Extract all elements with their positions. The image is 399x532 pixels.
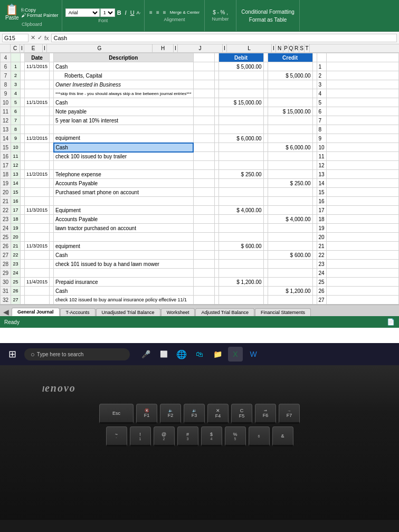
cell-g15-selected[interactable]: Cash [54,143,193,152]
cell-ei4[interactable] [50,53,54,62]
cell-n18[interactable]: 13 [317,170,326,179]
cell-hi7[interactable] [214,71,218,80]
cell-ji23[interactable] [263,215,268,224]
cell-ci28[interactable] [21,260,25,269]
cell-li30[interactable] [312,278,317,287]
cell-hi27[interactable] [214,251,218,260]
cell-li13[interactable] [312,125,317,134]
cell-c6[interactable]: 1 [11,62,21,71]
cell-hi13[interactable] [214,125,218,134]
cell-ei30[interactable] [50,278,54,287]
cell-c22[interactable]: 17 [11,206,21,215]
key-f3[interactable]: 🔉F3 [184,404,205,424]
cell-li22[interactable] [312,206,317,215]
cell-g19-desc[interactable]: Accounts Payable [54,179,193,188]
cell-c12[interactable]: 7 [11,116,21,125]
cell-ji28[interactable] [263,260,268,269]
cell-n28[interactable]: 23 [317,260,326,269]
cell-h23[interactable] [193,215,214,224]
cell-ji6[interactable] [263,62,268,71]
cell-h31[interactable] [193,287,214,296]
cell-hi18[interactable] [214,170,218,179]
cell-g18-desc[interactable]: Telephone expense [54,170,193,179]
cell-pqrst22[interactable] [326,206,398,215]
cell-e9[interactable] [25,89,50,98]
cell-ji13[interactable] [263,125,268,134]
key-f4[interactable]: ✕F4 [207,404,229,424]
cell-c29[interactable]: 24 [11,269,21,278]
cell-h19[interactable] [193,179,214,188]
cell-pqrst28[interactable] [326,260,398,269]
cell-l25[interactable] [268,233,312,242]
cell-g21[interactable] [54,197,193,206]
cell-ei13[interactable] [50,125,54,134]
cell-hi20[interactable] [214,188,218,197]
cell-l12[interactable] [268,116,312,125]
cell-pqrst11[interactable] [326,107,398,116]
cell-ci12[interactable] [21,116,25,125]
cell-li6[interactable] [312,62,317,71]
cell-ei7[interactable] [50,71,54,80]
cell-hi28[interactable] [214,260,218,269]
key-7[interactable]: & [272,426,293,446]
cell-j23[interactable] [218,215,263,224]
cell-e26-date[interactable]: 11/3/2015 [25,242,50,251]
cell-l15-credit[interactable]: $ 6,000.00 [268,143,312,152]
cell-c4[interactable] [11,53,21,62]
cell-ci15[interactable] [21,143,25,152]
cell-ci6[interactable] [21,62,25,71]
cell-li19[interactable] [312,179,317,188]
cell-e8[interactable] [25,80,50,89]
format-painter-button[interactable]: 🖌 Format Painter [21,13,59,18]
cell-hi19[interactable] [214,179,218,188]
cell-ei16[interactable] [50,152,54,161]
cell-ci9[interactable] [21,89,25,98]
cell-h28[interactable] [193,260,214,269]
cell-ei27[interactable] [50,251,54,260]
cell-ei24[interactable] [50,224,54,233]
cell-e6-date[interactable]: 11/1/2015 [25,62,50,71]
cell-hi10[interactable] [214,98,218,107]
cell-l7-credit[interactable]: $ 5,000.00 [268,71,312,80]
cell-pqrst19[interactable] [326,179,398,188]
cell-ci19[interactable] [21,179,25,188]
cell-c19[interactable]: 14 [11,179,21,188]
tab-adjusted-trial-balance[interactable]: Adjusted Trial Balance [195,308,254,316]
cell-hi8[interactable] [214,80,218,89]
cell-li27[interactable] [312,251,317,260]
cell-e25[interactable] [25,233,50,242]
cell-j31[interactable] [218,287,263,296]
cell-j6-debit[interactable]: $ 5,000.00 [218,62,263,71]
cell-l20[interactable] [268,188,312,197]
cell-j7[interactable] [218,71,263,80]
conditional-format-button[interactable]: Conditional Formatting [240,8,296,15]
cell-n12[interactable]: 7 [317,116,326,125]
cell-h21[interactable] [193,197,214,206]
cell-n14[interactable]: 9 [317,134,326,143]
cell-li15[interactable] [312,143,317,152]
cell-e21[interactable] [25,197,50,206]
cell-ji16[interactable] [263,152,268,161]
copy-button[interactable]: ⎘ Copy [21,7,59,13]
cell-c16[interactable]: 11 [11,152,21,161]
cell-ci7[interactable] [21,71,25,80]
cell-ji26[interactable] [263,242,268,251]
cell-ji27[interactable] [263,251,268,260]
cell-l31-credit[interactable]: $ 1,200.00 [268,287,312,296]
cell-li32[interactable] [312,296,317,305]
cell-li28[interactable] [312,260,317,269]
cell-ci16[interactable] [21,152,25,161]
tab-unadjusted-trial-balance[interactable]: Unadjusted Trial Balance [96,308,160,316]
cell-j9[interactable] [218,89,263,98]
cell-g16-desc[interactable]: check 100 issued to buy trailer [54,152,193,161]
cell-e19[interactable] [25,179,50,188]
cell-pqrst16[interactable] [326,152,398,161]
cell-j15[interactable] [218,143,263,152]
cell-ei12[interactable] [50,116,54,125]
cell-e4-date[interactable]: Date [25,53,50,62]
cell-g27-desc[interactable]: Cash [54,251,193,260]
cell-li17[interactable] [312,161,317,170]
cell-ci30[interactable] [21,278,25,287]
cell-n27[interactable]: 22 [317,251,326,260]
cell-e16[interactable] [25,152,50,161]
